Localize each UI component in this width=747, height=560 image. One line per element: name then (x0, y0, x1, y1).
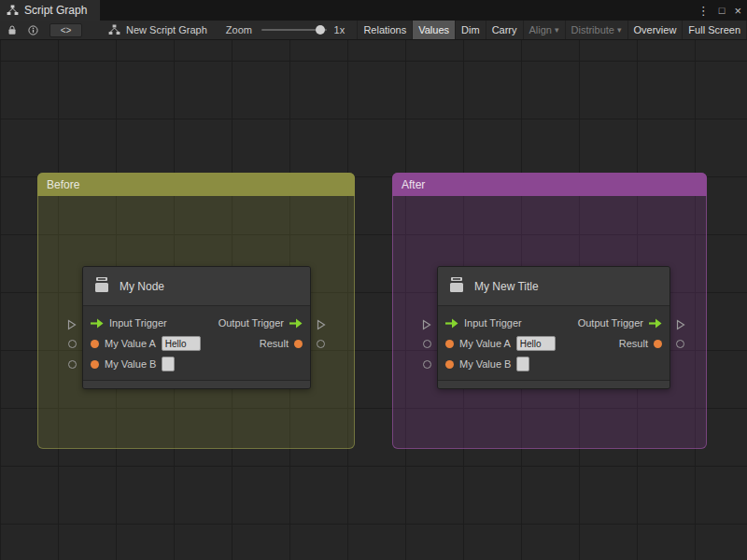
tab-script-graph[interactable]: Script Graph (0, 0, 100, 21)
zoom-value: 1x (334, 24, 346, 35)
menu-icon[interactable]: ⋮ (698, 5, 710, 17)
port-label: Result (260, 338, 289, 349)
zoom-slider[interactable] (261, 29, 327, 31)
values-button[interactable]: Values (412, 21, 455, 40)
value-port-icon[interactable] (91, 340, 99, 348)
tab-title: Script Graph (24, 4, 87, 17)
node-footer (438, 380, 669, 388)
value-input-port-icon[interactable] (423, 360, 431, 369)
node-body: Input Trigger Output Trigger My Valu (438, 306, 669, 380)
value-a-input[interactable] (162, 336, 201, 351)
group-before-header[interactable]: Before (37, 173, 355, 196)
toolbar-buttons: Relations Values Dim Carry Align ▾ Distr… (357, 21, 747, 40)
value-a-input[interactable] (516, 336, 556, 351)
group-title: Before (47, 178, 79, 191)
port-label: My Value A (105, 338, 156, 349)
value-b-input[interactable] (516, 357, 529, 371)
unit-icon (447, 275, 466, 297)
port-row-trigger: Input Trigger Output Trigger (83, 313, 310, 333)
graph-canvas[interactable]: Before (0, 40, 747, 560)
flow-input-port-icon[interactable] (422, 317, 431, 334)
dim-button[interactable]: Dim (455, 21, 486, 40)
port-label: Input Trigger (109, 317, 167, 329)
port-row-value-b: My Value B (438, 354, 669, 374)
port-label: Output Trigger (578, 317, 643, 329)
value-b-input[interactable] (162, 357, 175, 371)
code-preview-button[interactable]: <> (49, 23, 82, 37)
port-row-value-a: My Value A Result (83, 333, 310, 354)
flow-arrow-icon[interactable] (649, 318, 662, 329)
lock-icon[interactable] (7, 25, 17, 35)
maximize-icon[interactable]: □ (719, 6, 726, 16)
port-label: My Value B (105, 358, 156, 370)
value-output-port-icon[interactable] (317, 340, 325, 348)
info-icon[interactable] (28, 25, 38, 35)
overview-button[interactable]: Overview (627, 21, 683, 40)
value-input-port-icon[interactable] (68, 340, 77, 348)
port-label: Output Trigger (218, 317, 284, 329)
zoom-slider-handle[interactable] (316, 25, 325, 35)
value-input-port-icon[interactable] (68, 360, 77, 369)
zoom-label: Zoom (226, 24, 252, 35)
value-port-icon[interactable] (91, 360, 99, 369)
port-label: Result (619, 338, 648, 349)
value-port-icon[interactable] (445, 340, 454, 348)
port-row-value-a: My Value A Result (438, 333, 669, 354)
group-before[interactable]: Before (37, 173, 355, 449)
port-label: Input Trigger (464, 317, 522, 329)
port-row-trigger: Input Trigger Output Trigger (438, 313, 669, 333)
flow-output-port-icon[interactable] (676, 317, 685, 334)
unit-node-before[interactable]: My Node Input Trigger Output Trigger (82, 266, 311, 389)
window-controls: ⋮ □ × (698, 0, 741, 21)
node-title: My New Title (474, 280, 539, 293)
group-after-header[interactable]: After (392, 173, 707, 196)
node-header[interactable]: My Node (83, 267, 310, 306)
flow-input-port-icon[interactable] (67, 317, 77, 334)
node-body: Input Trigger Output Trigger My Valu (83, 306, 310, 380)
value-input-port-icon[interactable] (423, 340, 431, 348)
chevron-down-icon: ▾ (617, 25, 622, 35)
align-label: Align (529, 24, 552, 35)
port-label: My Value B (459, 358, 511, 370)
unit-icon (92, 275, 111, 297)
close-icon[interactable]: × (734, 5, 741, 17)
node-title: My Node (120, 280, 164, 293)
relations-button[interactable]: Relations (357, 21, 412, 40)
graph-asset-icon (108, 24, 120, 35)
value-port-icon[interactable] (294, 340, 303, 348)
group-after[interactable]: After (392, 173, 707, 449)
chevron-down-icon: ▾ (555, 25, 559, 35)
node-header[interactable]: My New Title (438, 267, 669, 306)
unit-node-after[interactable]: My New Title Input Trigger Output Trigge… (437, 266, 670, 389)
value-port-icon[interactable] (654, 340, 662, 348)
carry-button[interactable]: Carry (486, 21, 523, 40)
distribute-button[interactable]: Distribute ▾ (565, 21, 627, 40)
node-footer (83, 380, 310, 388)
value-port-icon[interactable] (445, 360, 454, 369)
distribute-label: Distribute (571, 24, 614, 35)
fullscreen-button[interactable]: Full Screen (682, 21, 747, 40)
flow-arrow-icon[interactable] (445, 318, 458, 329)
value-output-port-icon[interactable] (676, 340, 684, 348)
flow-arrow-icon[interactable] (91, 318, 104, 329)
group-title: After (402, 178, 425, 191)
tab-bar: Script Graph ⋮ □ × (0, 0, 747, 21)
flow-output-port-icon[interactable] (317, 317, 326, 334)
graph-name-label: New Script Graph (126, 24, 207, 35)
align-button[interactable]: Align ▾ (523, 21, 565, 40)
port-row-value-b: My Value B (83, 354, 310, 374)
graph-toolbar: <> New Script Graph Zoom 1x Relations Va… (0, 21, 747, 40)
flow-arrow-icon[interactable] (289, 318, 303, 329)
port-label: My Value A (459, 338, 511, 349)
script-graph-icon (7, 5, 19, 16)
